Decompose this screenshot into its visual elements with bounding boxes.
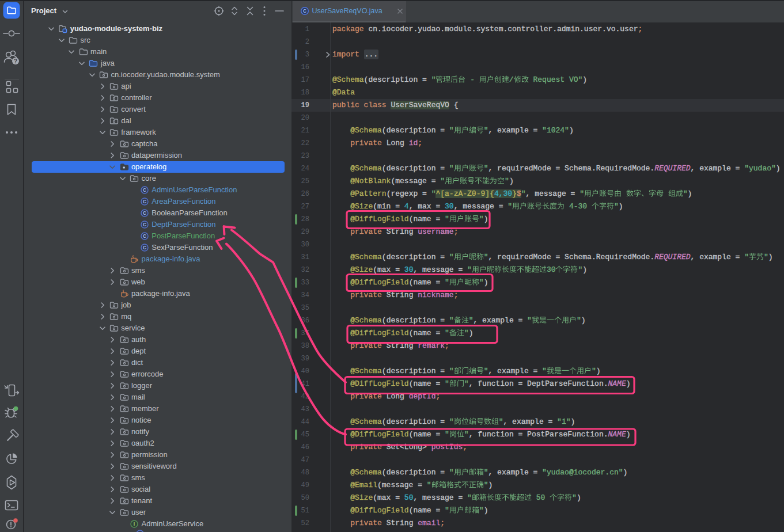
- svg-text:?: ?: [14, 58, 17, 64]
- svg-text:C: C: [143, 210, 146, 216]
- svg-text:C: C: [143, 187, 146, 193]
- svg-text:C: C: [143, 222, 146, 227]
- svg-text:C: C: [303, 8, 306, 14]
- svg-text:C: C: [143, 199, 146, 204]
- svg-text:I: I: [134, 521, 135, 527]
- svg-text:C: C: [143, 245, 146, 250]
- svg-text:C: C: [143, 233, 146, 239]
